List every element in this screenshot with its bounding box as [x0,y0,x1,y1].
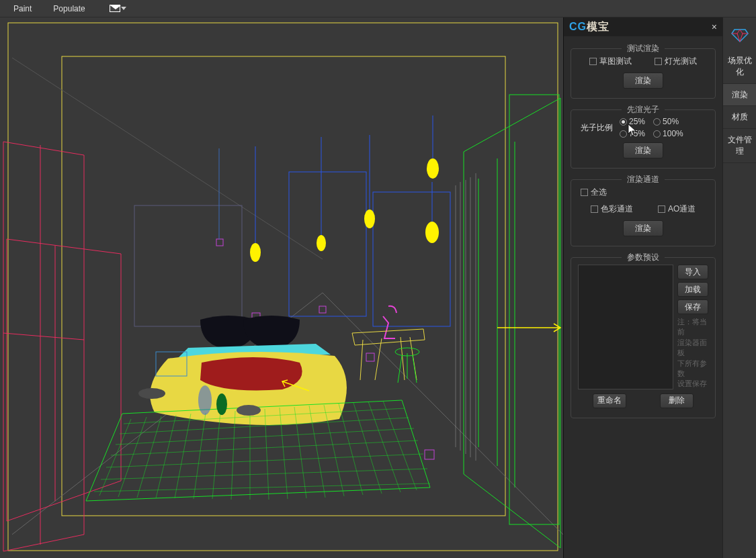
tab-render[interactable]: 渲染 [723,84,756,107]
checkbox-select-all[interactable]: 全选 [581,187,708,198]
radio-icon [620,118,627,126]
radio-75[interactable]: 75% [620,129,645,138]
svg-line-37 [175,414,191,498]
group-preset: 参数预设 导入 加载 保存 注：将当前 渲染器面板 下所有参数 设置保存 [571,257,716,418]
svg-rect-16 [134,205,242,326]
plugin-logo: CG模宝 [569,20,610,34]
svg-point-61 [216,393,227,415]
svg-rect-0 [8,23,558,551]
svg-rect-5 [509,95,559,524]
svg-line-36 [156,415,176,498]
radio-label: 25% [629,117,645,126]
svg-line-49 [368,402,401,492]
render-button[interactable]: 渲染 [623,142,663,158]
group-title: 先渲光子 [622,104,665,115]
svg-rect-30 [425,450,434,459]
checkbox-icon [581,189,588,196]
svg-point-60 [198,385,212,415]
menu-populate[interactable]: Populate [44,0,97,17]
checkbox-label: 色彩通道 [601,203,633,215]
checkbox-light[interactable]: 灯光测试 [655,56,697,67]
svg-rect-14 [289,172,366,316]
checkbox-icon [589,58,597,65]
svg-point-63 [138,388,165,399]
delete-button[interactable]: 删除 [660,393,694,408]
preset-list[interactable] [578,265,673,389]
checkbox-icon [591,205,598,213]
svg-line-55 [106,454,423,467]
svg-point-24 [427,158,439,179]
svg-line-4 [12,58,323,259]
svg-line-3 [323,293,563,534]
group-channel: 渲染通道 全选 色彩通道 AO通道 [571,179,716,246]
radio-label: 100% [663,129,683,138]
checkbox-icon [658,205,665,213]
tab-material[interactable]: 材质 [723,106,756,129]
top-menu-bar: Paint Populate [0,0,756,17]
checkbox-label: 草图测试 [599,56,632,67]
import-button[interactable]: 导入 [677,265,708,279]
tab-scene[interactable]: 场景优化 [723,50,756,84]
diamond-icon[interactable] [730,24,749,43]
checkbox-label: 灯光测试 [665,56,697,67]
checkbox-ao-channel[interactable]: AO通道 [658,203,696,215]
svg-line-40 [231,411,235,500]
svg-line-53 [116,428,414,445]
load-button[interactable]: 加载 [677,282,708,297]
checkbox-draft[interactable]: 草图测试 [589,56,632,67]
radio-icon [620,130,627,138]
checkbox-color-channel[interactable]: 色彩通道 [591,203,633,215]
svg-line-48 [353,403,382,494]
svg-rect-28 [319,306,326,313]
radio-100[interactable]: 100% [653,129,683,138]
group-title: 测试渲染 [622,43,665,54]
radio-icon [653,130,661,138]
group-title: 渲染通道 [622,174,665,185]
svg-marker-66 [732,30,748,42]
checkbox-label: AO通道 [668,203,696,215]
save-button[interactable]: 保存 [677,299,708,314]
rename-button[interactable]: 重命名 [593,393,626,408]
photon-ratio-label: 光子比例 [581,122,613,134]
svg-line-47 [339,404,363,495]
svg-line-54 [111,440,418,455]
menu-paint[interactable]: Paint [1,0,44,17]
radio-50[interactable]: 50% [653,117,679,126]
render-button[interactable]: 渲染 [623,220,663,236]
radio-25[interactable]: 25% [620,117,645,126]
svg-rect-15 [373,192,450,326]
close-icon[interactable]: × [712,21,717,32]
checkbox-label: 全选 [591,187,607,198]
preset-note: 注：将当前 渲染器面板 下所有参数 设置保存 [677,317,708,389]
svg-line-50 [383,401,417,490]
render-button[interactable]: 渲染 [623,73,663,89]
svg-point-20 [317,235,326,251]
svg-point-22 [364,210,375,228]
svg-point-26 [425,222,439,243]
radio-label: 50% [663,117,679,126]
svg-line-56 [101,469,427,479]
group-photon: 先渲光子 光子比例 25% 50% [571,109,716,169]
svg-line-38 [194,413,206,499]
svg-line-35 [137,416,161,498]
radio-label: 75% [629,129,645,138]
side-tab-bar: 场景优化 渲染 材质 文件管理 [722,17,756,558]
svg-line-39 [212,412,220,499]
svg-rect-29 [366,353,374,361]
mail-icon[interactable] [110,5,120,12]
checkbox-icon [655,58,662,65]
viewport-3d[interactable] [0,17,563,558]
svg-rect-31 [216,239,223,246]
svg-point-18 [250,243,261,262]
tab-file[interactable]: 文件管理 [723,129,756,163]
group-title: 参数预设 [622,252,665,263]
svg-line-34 [118,417,146,497]
group-test-render: 测试渲染 草图测试 灯光测试 渲染 [571,48,716,99]
radio-icon [653,118,661,126]
svg-point-62 [237,405,261,416]
render-panel: CG模宝 × 测试渲染 草图测试 灯光测试 [563,17,722,558]
